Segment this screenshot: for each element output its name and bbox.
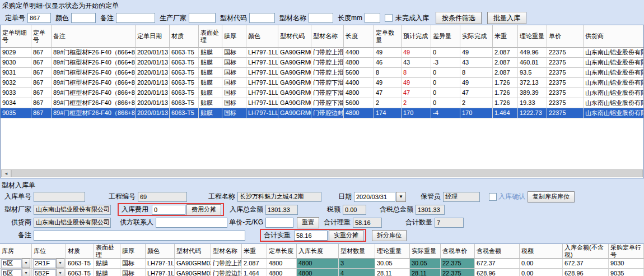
table-cell[interactable]: 4800: [297, 269, 339, 276]
table-cell[interactable]: 8: [460, 68, 493, 78]
table-cell[interactable]: 4400: [344, 78, 374, 88]
actual-weight-input[interactable]: [294, 231, 328, 241]
table-cell[interactable]: LH797-1LL0: [246, 108, 278, 118]
table-cell[interactable]: 5600: [344, 98, 374, 108]
table-cell[interactable]: 6063-T5: [66, 269, 94, 276]
unit-price-input[interactable]: [265, 218, 293, 228]
table-cell[interactable]: B区▾: [0, 259, 32, 269]
table-cell[interactable]: 49: [402, 78, 431, 88]
table-cell[interactable]: 0.00: [520, 259, 563, 269]
table-cell[interactable]: 门带腔上滑: [311, 48, 344, 58]
table-cell[interactable]: GA90GRM03: [175, 259, 211, 269]
dropdown-arrow-icon[interactable]: ▾: [22, 259, 30, 268]
table-cell[interactable]: 9034: [1, 98, 31, 108]
column-header[interactable]: 含税金额: [475, 244, 520, 259]
table-cell[interactable]: 山东南山铝业股份有限公司: [584, 48, 644, 58]
column-header[interactable]: 型材名称: [311, 25, 344, 48]
column-header[interactable]: 型材代码: [278, 25, 311, 48]
column-header[interactable]: 采购定单行号: [609, 244, 644, 259]
table-cell[interactable]: 170: [402, 108, 431, 118]
table-cell[interactable]: 47: [374, 88, 402, 98]
column-header[interactable]: 差异量: [431, 25, 460, 48]
table-cell[interactable]: 0.00: [520, 269, 563, 276]
column-header[interactable]: 预计完成: [402, 25, 431, 48]
table-row[interactable]: 903186789#门框型材F26-F40（866+867）2020/01/13…: [1, 68, 643, 78]
fee-input[interactable]: [152, 205, 185, 215]
table-cell[interactable]: 867: [31, 48, 52, 58]
table-cell[interactable]: 867: [31, 78, 52, 88]
table-cell[interactable]: LH797-1LL0: [246, 58, 278, 68]
column-header[interactable]: 米重: [242, 244, 267, 259]
unfinished-checkbox[interactable]: [385, 14, 393, 22]
table-cell[interactable]: 国标: [222, 98, 246, 108]
calendar-dropdown-icon[interactable]: ▼: [396, 192, 406, 202]
table-cell[interactable]: 22.375: [441, 259, 475, 269]
table-cell[interactable]: 89#门框型材F26-F40（866+867）: [52, 98, 136, 108]
table-cell[interactable]: 49: [374, 78, 402, 88]
table-cell[interactable]: 2R1F▾: [32, 259, 66, 269]
table-cell[interactable]: 89#门框型材F26-F40（866+867）: [52, 88, 136, 98]
column-header[interactable]: 表面处理: [94, 244, 120, 259]
fee-share-button[interactable]: 费用分摊: [186, 204, 221, 215]
horizontal-scrollbar[interactable]: ◂: [1, 169, 643, 177]
column-header[interactable]: 库房: [0, 244, 32, 259]
table-cell[interactable]: 门带腔边封: [311, 108, 344, 118]
table-cell[interactable]: 1.464: [493, 108, 518, 118]
receipt-no-input[interactable]: [34, 192, 85, 202]
column-header[interactable]: 米重: [493, 25, 518, 48]
table-cell[interactable]: 49: [460, 78, 493, 88]
table-cell[interactable]: 山东南山铝业股份有限公司: [584, 58, 644, 68]
length-input[interactable]: [365, 13, 380, 23]
table-cell[interactable]: 89#门框型材F26-F40（866+867）: [52, 78, 136, 88]
table-row[interactable]: 903586789#门框型材F26-F40（866+867）2020/01/13…: [1, 108, 643, 118]
weight-share-button[interactable]: 实重分摊: [329, 230, 363, 241]
table-cell[interactable]: 8: [402, 68, 431, 78]
remark-input[interactable]: [116, 13, 155, 23]
table-cell[interactable]: 22375: [547, 88, 584, 98]
table-cell[interactable]: 22375: [547, 78, 584, 88]
filter-by-condition-button[interactable]: 按条件筛选: [436, 12, 482, 24]
table-cell[interactable]: 贴膜: [94, 269, 120, 276]
table-cell[interactable]: 672.37: [563, 259, 609, 269]
table-cell[interactable]: 2.087: [242, 259, 267, 269]
table-cell[interactable]: 国标: [222, 88, 246, 98]
table-cell[interactable]: 2: [402, 98, 431, 108]
table-cell[interactable]: 2020/01/13: [136, 58, 170, 68]
column-header[interactable]: 长度: [344, 25, 374, 48]
table-cell[interactable]: GA90GRM05: [278, 108, 311, 118]
table-cell[interactable]: 国标: [222, 58, 246, 68]
total-qty-input[interactable]: [435, 218, 464, 228]
dropdown-arrow-icon[interactable]: ▾: [56, 259, 64, 268]
table-cell[interactable]: 门带腔上滑: [311, 68, 344, 78]
table-cell[interactable]: 9029: [1, 48, 31, 58]
column-header[interactable]: 实际完成: [460, 25, 493, 48]
profile-code-input[interactable]: [249, 13, 275, 23]
table-cell[interactable]: 2020/01/13: [136, 88, 170, 98]
table-cell[interactable]: 贴膜: [94, 259, 120, 269]
table-cell[interactable]: 47: [460, 88, 493, 98]
table-cell[interactable]: 0: [431, 48, 460, 58]
table-cell[interactable]: 672.37: [475, 259, 520, 269]
table-cell[interactable]: -3: [431, 58, 460, 68]
table-cell[interactable]: 门带腔下滑: [311, 98, 344, 108]
table-cell[interactable]: 22375: [547, 68, 584, 78]
batch-inbound-button[interactable]: 批量入库: [487, 12, 526, 24]
tax-input[interactable]: [343, 205, 366, 215]
theo-weight-input[interactable]: [353, 218, 382, 228]
table-cell[interactable]: 867: [31, 98, 52, 108]
inbound-confirm-checkbox[interactable]: [489, 193, 497, 201]
table-cell[interactable]: 国标: [222, 68, 246, 78]
manufacturer-input[interactable]: [189, 13, 216, 23]
column-header[interactable]: 型材数量: [339, 244, 375, 259]
column-header[interactable]: 膜厚: [120, 244, 146, 259]
table-cell[interactable]: 0: [431, 88, 460, 98]
table-cell[interactable]: 4400: [344, 48, 374, 58]
table-row[interactable]: B区▾2R1F▾6063-T5贴膜国标LH797-1LL0GA90GRM03门带…: [0, 259, 644, 269]
table-cell[interactable]: GA90GRM05: [175, 269, 211, 276]
table-cell[interactable]: 贴膜: [199, 108, 222, 118]
table-cell[interactable]: GA90GRM04: [278, 98, 311, 108]
table-cell[interactable]: 6063-T5: [170, 108, 199, 118]
column-header[interactable]: 含税单价: [441, 244, 475, 259]
supplier-input[interactable]: [34, 218, 111, 228]
table-cell[interactable]: 6063-T5: [170, 58, 199, 68]
